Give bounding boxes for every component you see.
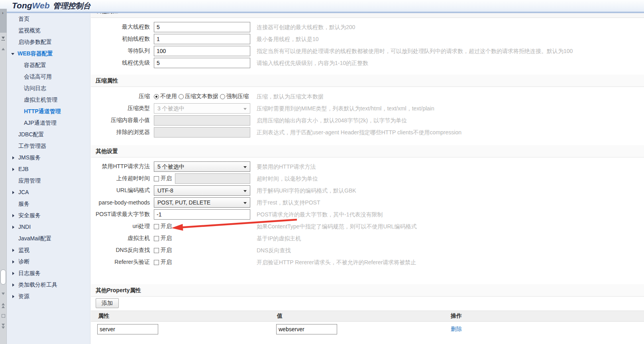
sidebar-item-resource[interactable]: 资源 <box>7 291 90 302</box>
page-up-icon[interactable] <box>2 303 5 308</box>
field-control <box>154 127 250 138</box>
field-control: 开启 <box>154 223 250 230</box>
sidebar-item-javamail-config[interactable]: JavaMail配置 <box>7 233 90 244</box>
sidebar-item-monitor-overview[interactable]: 监视概览 <box>7 25 90 36</box>
sidebar-item-label: 会话高可用 <box>24 71 52 83</box>
disabled-http-methods-select-value: 5 个被选中 <box>157 163 185 170</box>
sidebar-item-log-service[interactable]: 日志服务 <box>7 267 90 279</box>
property-action-cell: 删除 <box>444 322 644 337</box>
field-hint: 最小备用线程，默认是10 <box>257 33 319 45</box>
init-threads-input[interactable] <box>154 34 250 44</box>
form-row-disabled-http-methods: 禁用HTTP请求方法5 个被选中要禁用的HTTP请求方法 <box>91 161 644 173</box>
field-control <box>154 58 250 68</box>
section-rows-misc: 禁用HTTP请求方法5 个被选中要禁用的HTTP请求方法上传超时时间开启超时时间… <box>91 157 644 268</box>
sidebar-item-work-manager[interactable]: 工作管理器 <box>7 140 90 152</box>
sidebar-item-jndi[interactable]: JNDI <box>7 221 90 233</box>
sidebar-item-label: 容器配置 <box>24 59 46 71</box>
chevron-down-icon <box>243 202 247 204</box>
field-label: 上传超时时间 <box>91 175 150 182</box>
property-attr-input[interactable] <box>97 324 158 334</box>
field-label: uri处理 <box>91 223 150 230</box>
wait-queue-input[interactable] <box>154 46 250 56</box>
sidebar-item-classloader-tool[interactable]: 类加载分析工具 <box>7 279 90 291</box>
disabled-http-methods-select[interactable]: 5 个被选中 <box>154 161 250 172</box>
chevron-down-icon <box>243 190 247 192</box>
sidebar-item-home[interactable]: 首页 <box>7 13 90 25</box>
checkbox-label: 开启 <box>161 235 172 242</box>
dns-lookup-checkbox[interactable] <box>154 248 159 253</box>
sidebar-item-web-container[interactable]: WEB容器配置 <box>7 48 90 59</box>
sidebar-item-label: HTTP通道管理 <box>24 106 61 117</box>
field-label: 线程优先级 <box>91 59 150 67</box>
logo-tong: Tong <box>12 1 32 10</box>
parse-body-methods-select[interactable]: POST, PUT, DELETE <box>154 197 250 208</box>
sidebar-item-container-config[interactable]: 容器配置 <box>7 59 90 71</box>
field-label: 排除的浏览器 <box>91 129 150 136</box>
sidebar-item-http-channel-mgmt[interactable]: HTTP通道管理 <box>7 106 90 117</box>
property-value-cell <box>270 322 444 337</box>
sidebar-item-session-ha[interactable]: 会话高可用 <box>7 71 90 83</box>
sidebar-item-startup-params[interactable]: 启动参数配置 <box>7 36 90 48</box>
field-hint: 要禁用的HTTP请求方法 <box>257 161 316 173</box>
field-hint: 指定当所有可以使用的处理请求的线程数都被使用时，可以放到处理队列中的请求数，超过… <box>257 45 573 57</box>
compression-mode-option-1[interactable]: 压缩文本数据 <box>179 93 218 100</box>
field-hint: 用于rest，默认支持POST <box>257 197 320 208</box>
compression-min-size-input <box>154 115 250 126</box>
sidebar-item-service[interactable]: 服务 <box>7 198 90 210</box>
collapse-sidebar-icon[interactable]: › <box>2 10 4 15</box>
compression-mode-option-2[interactable]: 强制压缩 <box>220 93 249 100</box>
field-control: UTF-8 <box>154 185 250 196</box>
sidebar-item-label: 访问日志 <box>24 83 46 94</box>
property-value-input[interactable] <box>276 324 337 334</box>
post-max-bytes-input[interactable] <box>154 209 250 220</box>
sidebar-nav: 首页监视概览启动参数配置WEB容器配置容器配置会话高可用访问日志虚拟主机管理HT… <box>7 13 90 302</box>
chevron-down-icon <box>243 108 247 110</box>
rail-scroll-thumb[interactable] <box>0 269 6 285</box>
url-encoding-select[interactable]: UTF-8 <box>154 185 250 196</box>
uri-handling-checkbox[interactable] <box>154 224 159 229</box>
field-control <box>154 46 250 56</box>
app-header: TongWeb管理控制台 <box>0 0 644 12</box>
sidebar-item-access-log[interactable]: 访问日志 <box>7 83 90 94</box>
sidebar-item-app-mgmt[interactable]: 应用管理 <box>7 175 90 187</box>
sidebar-item-jca[interactable]: JCA <box>7 187 90 198</box>
form-row-compression-mode: 压缩不使用压缩文本数据强制压缩压缩，默认为压缩文本数据 <box>91 90 644 102</box>
expand-right-icon <box>12 283 14 287</box>
upload-timeout-checkbox[interactable] <box>154 176 159 181</box>
field-label: 压缩类型 <box>91 105 150 112</box>
add-property-button[interactable]: 添加 <box>96 298 119 308</box>
scroll-down-icon[interactable] <box>2 293 5 295</box>
field-label: Referer头验证 <box>91 259 150 266</box>
sidebar-item-virtual-host-mgmt[interactable]: 虚拟主机管理 <box>7 94 90 106</box>
field-hint: 开启验证HTTP Rererer请求头，不被允许的Referer请求将被禁止 <box>257 256 416 268</box>
app-logo: TongWeb管理控制台 <box>12 1 90 11</box>
form-row-url-encoding: URL编码格式UTF-8用于解码URI字符的编码格式，默认GBK <box>91 185 644 197</box>
sidebar-item-jdbc-config[interactable]: JDBC配置 <box>7 129 90 140</box>
max-threads-input[interactable] <box>154 22 250 32</box>
sidebar-item-ejb[interactable]: EJB <box>7 163 90 175</box>
stop-box-icon[interactable] <box>2 314 5 318</box>
sidebar-item-jms-service[interactable]: JMS服务 <box>7 152 90 163</box>
virtual-host-checkbox[interactable] <box>154 236 159 241</box>
page-down-icon[interactable] <box>2 324 5 329</box>
url-encoding-select-value: UTF-8 <box>157 187 173 194</box>
scroll-up-icon[interactable] <box>2 48 5 50</box>
expand-right-icon <box>12 226 14 229</box>
field-control <box>154 22 250 32</box>
field-control <box>154 115 250 126</box>
sidebar-item-security-service[interactable]: 安全服务 <box>7 210 90 221</box>
form-row-virtual-host: 虚拟主机开启基于IP的虚拟主机 <box>91 232 644 244</box>
sidebar-item-label: 虚拟主机管理 <box>24 94 57 106</box>
field-control: 开启 <box>154 235 250 242</box>
sidebar-item-diagnosis[interactable]: 诊断 <box>7 256 90 267</box>
sidebar-item-ajp-channel-mgmt[interactable]: AJP通道管理 <box>7 117 90 129</box>
table-column-header: 属性 <box>91 311 270 322</box>
delete-link[interactable]: 删除 <box>451 326 462 332</box>
form-row-compression-types: 压缩类型3 个被选中压缩时需要用到的MIME类型，列表默认为text/html，… <box>91 102 644 114</box>
thread-priority-input[interactable] <box>154 58 250 68</box>
expand-right-icon <box>12 168 14 171</box>
pin-panel-icon[interactable] <box>2 37 5 41</box>
referer-check-checkbox[interactable] <box>154 260 159 265</box>
sidebar-item-monitor[interactable]: 监视 <box>7 244 90 256</box>
compression-mode-option-0[interactable]: 不使用 <box>154 93 177 100</box>
